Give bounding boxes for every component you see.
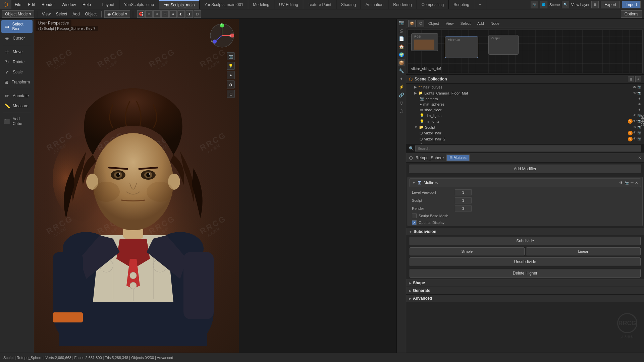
viktor-hair-eye-icon[interactable]: 👁 <box>633 131 637 135</box>
solid-view-icon[interactable]: ◑ <box>185 10 193 18</box>
import-button[interactable]: Import <box>622 1 641 8</box>
tool-measure[interactable]: 📏 Measure <box>1 101 33 111</box>
node-box-1[interactable]: RGB <box>411 33 438 51</box>
rp-add-btn[interactable]: Add <box>475 21 487 26</box>
prop-constraints-icon[interactable]: 🔗 <box>398 91 405 99</box>
shape-section-header[interactable]: ▶ Shape <box>406 279 644 287</box>
workspace-yansculpts-cmp[interactable]: YanSculpts_cmp <box>119 0 159 9</box>
hair-curves-eye-icon[interactable]: 👁 <box>633 85 637 89</box>
viewport-light-icon[interactable]: 💡 <box>227 62 235 70</box>
outliner-item-hair-curves[interactable]: ▶ 〜 hair_curves 👁 📷 <box>406 84 644 90</box>
viewport-solid-icon[interactable]: ◑ <box>227 80 235 88</box>
workspace-scripting[interactable]: Scripting <box>449 0 474 9</box>
viewport-camera-icon[interactable]: 📷 <box>227 52 235 60</box>
m-lights-eye-icon[interactable]: 👁 <box>633 119 637 124</box>
menu-edit[interactable]: Edit <box>24 0 38 9</box>
rp-object-btn[interactable]: Object <box>426 21 442 26</box>
rp-obj2-icon[interactable]: ⬡ <box>417 20 424 27</box>
menu-file[interactable]: File <box>11 0 24 9</box>
prop-physics-icon[interactable]: ⚡ <box>398 83 405 90</box>
mode-dropdown[interactable]: Object Mode ▾ <box>2 10 34 18</box>
outliner-item-viktor-hair[interactable]: ⬡ viktor_hair Y 👁 📷 <box>406 130 644 136</box>
prop-render-icon[interactable]: 📷 <box>398 19 405 26</box>
export-button[interactable]: Export <box>601 1 620 8</box>
prop-world-icon[interactable]: 🌍 <box>398 51 405 58</box>
delete-higher-button[interactable]: Delete Higher <box>410 269 641 278</box>
level-viewport-value[interactable]: 3 <box>455 189 472 195</box>
search-icon[interactable]: 🔍 <box>562 1 569 8</box>
tool-select-box[interactable]: ▭ Select Box <box>1 20 33 33</box>
hair-curves-cam-icon[interactable]: 📷 <box>637 85 641 89</box>
outliner-item-camera[interactable]: 📷 camera 👁 <box>406 96 644 102</box>
camera-icon[interactable]: 📷 <box>531 1 538 8</box>
subdivide-button[interactable]: Subdivide <box>410 237 641 245</box>
tool-transform[interactable]: ⊞ Transform <box>1 77 33 87</box>
mod-delete-icon[interactable]: ✕ <box>635 181 638 185</box>
pivot-dropdown[interactable]: ◉ Global ▾ <box>104 10 130 18</box>
prop-modifier-icon[interactable]: 🔧 <box>398 67 405 74</box>
outliner-item-m-lights[interactable]: 💡 m_lights Y 👁 📷 <box>406 118 644 124</box>
proportional-icon[interactable]: ⊙ <box>145 10 153 18</box>
mat-spheres-eye-icon[interactable]: 👁 <box>638 103 641 106</box>
sculpt-cam-icon[interactable]: 📷 <box>637 125 641 129</box>
node-preview-area[interactable]: RGB Mix RGB Output viktor_skin_m_def <box>408 29 643 73</box>
viktor-hair-2-eye-icon[interactable]: 👁 <box>633 137 637 141</box>
filter-icon[interactable]: ⊟ <box>591 1 599 8</box>
workspace-texture-paint[interactable]: Texture Paint <box>303 0 336 9</box>
view-button[interactable]: View <box>40 10 53 18</box>
viewport-shading-icon[interactable]: ● <box>169 10 177 18</box>
tool-move[interactable]: ✛ Move <box>1 47 33 57</box>
viktor-hair-2-cam-icon[interactable]: 📷 <box>637 137 641 141</box>
sculpt-base-mesh-checkbox[interactable] <box>412 214 417 218</box>
outliner-item-shad-floor[interactable]: ▭ shad_floor 👁 <box>406 107 644 113</box>
mod-render-icon[interactable]: 📷 <box>625 181 629 185</box>
workspace-compositing[interactable]: Compositing <box>417 0 449 9</box>
outliner-item-sculpt[interactable]: ▼ 📁 Sculpt 👁 📷 <box>406 124 644 130</box>
menu-help[interactable]: Help <box>79 0 94 9</box>
prop-data-icon[interactable]: ▽ <box>398 99 405 107</box>
snap-icon[interactable]: 🧲 <box>137 10 145 18</box>
node-box-2[interactable]: Mix RGB <box>445 37 478 58</box>
retopo-close-icon[interactable]: ✕ <box>638 156 641 160</box>
tool-cursor[interactable]: ⊕ Cursor <box>1 34 33 43</box>
rendered-view-icon[interactable]: ◐ <box>177 10 185 18</box>
tool-add-cube[interactable]: ⬛ Add Cube <box>1 115 33 128</box>
app-icon[interactable]: ⬡ <box>0 0 11 9</box>
workspace-shading[interactable]: Shading <box>336 0 361 9</box>
wireframe-view-icon[interactable]: ◻ <box>194 10 201 18</box>
menu-window[interactable]: Window <box>58 0 79 9</box>
shad-floor-eye-icon[interactable]: 👁 <box>638 108 641 112</box>
scene-icon[interactable]: 🌐 <box>540 1 547 8</box>
workspace-rendering[interactable]: Rendering <box>388 0 417 9</box>
sculpt-value[interactable]: 3 <box>455 197 472 203</box>
prop-output-icon[interactable]: 🖨 <box>398 27 405 34</box>
prop-object-icon[interactable]: 📦 <box>398 59 405 66</box>
mod-realtime-icon[interactable]: 👁 <box>620 181 623 185</box>
simple-button[interactable]: Simple <box>410 247 525 255</box>
outliner-item-rim-lights[interactable]: 💡 rim_lights 👁 📷 <box>406 113 644 118</box>
rp-obj-icon[interactable]: 📦 <box>408 20 416 27</box>
workspace-add[interactable]: + <box>474 0 486 9</box>
rp-select-btn[interactable]: Select <box>458 21 473 26</box>
rp-view2-btn[interactable]: View <box>443 21 457 26</box>
proportional-connected-icon[interactable]: ○ <box>153 10 161 18</box>
viewport-render-icon[interactable]: ● <box>227 71 235 79</box>
main-viewport[interactable]: RRCG人人素材 RRCG人人素材 RRCG人人素材 RRCG人人素材 RRCG… <box>34 19 239 353</box>
outliner-item-viktor-hair-2[interactable]: ⬡ viktor_hair_2 Y 👁 📷 <box>406 136 644 142</box>
node-box-3[interactable]: Output <box>488 35 519 55</box>
lights-cam-icon[interactable]: 📷 <box>637 91 641 95</box>
generate-section-header[interactable]: ▶ Generate <box>406 287 644 294</box>
tool-annotate[interactable]: ✏ Annotate <box>1 91 33 101</box>
camera-eye-icon[interactable]: 👁 <box>638 97 641 101</box>
render-value[interactable]: 3 <box>455 205 472 212</box>
properties-search-input[interactable] <box>415 145 641 152</box>
outliner-item-mat-spheres[interactable]: ● mat_spheres 👁 <box>406 102 644 107</box>
show-overlay-icon[interactable]: ⊡ <box>161 10 169 18</box>
options-button[interactable]: Options <box>621 10 642 18</box>
multires-expand-icon[interactable]: ▼ <box>412 181 416 185</box>
prop-scene2-icon[interactable]: 🏠 <box>398 43 405 50</box>
optimal-display-checkbox[interactable]: ✓ <box>412 220 417 225</box>
prop-particles-icon[interactable]: ✦ <box>398 75 405 82</box>
object-button[interactable]: Object <box>83 10 99 18</box>
mod-edit-icon[interactable]: ✏ <box>631 181 634 185</box>
